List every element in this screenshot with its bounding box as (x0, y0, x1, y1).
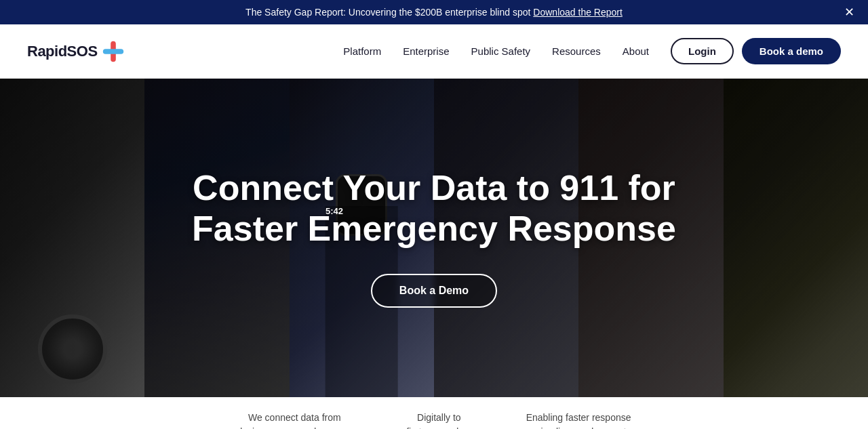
nav-item-enterprise[interactable]: Enterprise (403, 45, 449, 57)
logo-text: RapidSOS (27, 43, 98, 60)
hero-title-line2: Faster Emergency Response (192, 209, 676, 248)
info-text-2: Digitally tofirst responders (406, 411, 471, 429)
logo-area[interactable]: RapidSOS (27, 39, 126, 64)
info-item-3: Enabling faster responsesaving lives and… (526, 411, 631, 429)
info-text-1: We connect data fromdevices, apps, and s… (237, 411, 352, 429)
announcement-link[interactable]: Download the Report (533, 7, 623, 18)
nav-item-platform[interactable]: Platform (343, 45, 381, 57)
hero-section: Connect Your Data to 911 for Faster Emer… (0, 79, 868, 397)
info-strip: We connect data fromdevices, apps, and s… (0, 397, 868, 429)
hero-title-line1: Connect Your Data to 911 for (193, 168, 675, 207)
hero-content: Connect Your Data to 911 for Faster Emer… (178, 168, 690, 308)
nav-links: Platform Enterprise Public Safety Resour… (343, 45, 649, 57)
info-item-2: Digitally tofirst responders (406, 411, 471, 429)
nav-item-about[interactable]: About (623, 45, 649, 57)
info-text-3: Enabling faster responsesaving lives and… (526, 411, 631, 429)
book-demo-nav-button[interactable]: Book a demo (742, 38, 841, 64)
hero-title: Connect Your Data to 911 for Faster Emer… (192, 168, 676, 249)
info-item-1: We connect data fromdevices, apps, and s… (237, 411, 352, 429)
nav-item-resources[interactable]: Resources (552, 45, 601, 57)
navbar: RapidSOS Platform Enterprise Public Safe… (0, 24, 868, 79)
hero-cta-button[interactable]: Book a Demo (371, 274, 497, 308)
close-announcement-button[interactable]: ✕ (844, 6, 854, 18)
login-button[interactable]: Login (671, 38, 734, 64)
announcement-bar: The Safety Gap Report: Uncovering the $2… (0, 0, 868, 24)
nav-item-public-safety[interactable]: Public Safety (471, 45, 531, 57)
announcement-text: The Safety Gap Report: Uncovering the $2… (245, 7, 530, 18)
logo-icon (100, 39, 126, 64)
svg-rect-1 (102, 49, 123, 54)
